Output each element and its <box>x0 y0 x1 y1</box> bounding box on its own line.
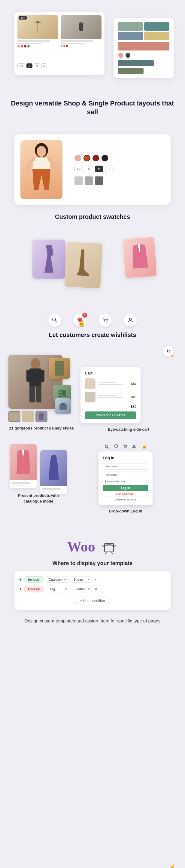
condition-row-2: + Exclude Tag Category Product Leather C… <box>19 586 166 592</box>
gallery-overlay-image <box>49 358 70 379</box>
product-lines-2 <box>61 40 101 44</box>
catalogue-card-blazer <box>10 444 37 488</box>
svg-rect-4 <box>79 24 83 31</box>
exclude-button[interactable]: Exclude <box>24 586 44 592</box>
svg-point-8 <box>53 318 56 321</box>
model-figure <box>21 141 62 199</box>
catalogue-cursor: ☝ <box>168 864 176 868</box>
wishlist-card-boot <box>64 242 103 288</box>
condition-row-1: + Include Category Tag Product Shoes Boo… <box>19 576 166 583</box>
gallery-thumb-3[interactable] <box>35 411 48 422</box>
login-button[interactable]: Log in <box>103 485 148 491</box>
side-cart-wrapper: ☝ Cart $57 <box>81 355 177 432</box>
login-cart-icon <box>123 444 127 450</box>
wishlists-section: 3 ☝ Let customers create wishlists <box>0 237 185 355</box>
svg-point-2 <box>36 21 39 23</box>
size-m[interactable]: M <box>34 63 40 68</box>
login-user-icon <box>131 444 136 450</box>
cart-item-info-1 <box>98 382 129 386</box>
create-account-link[interactable]: Create an account <box>103 498 148 501</box>
color-swatch-peach[interactable] <box>74 155 81 161</box>
fabric-swatch-2[interactable] <box>85 177 93 185</box>
color-swatch-dark-red[interactable] <box>92 155 99 161</box>
svg-point-10 <box>104 321 105 322</box>
search-icon-circle[interactable] <box>48 313 61 327</box>
svg-point-35 <box>133 445 135 447</box>
cart-card: Cart $57 <box>81 367 141 423</box>
svg-line-41 <box>102 545 104 547</box>
catalogue-card-dress <box>40 450 67 494</box>
checkout-button[interactable]: Proceed to checkout <box>85 411 136 419</box>
password-input[interactable] <box>103 471 148 478</box>
fabric-swatches <box>74 177 164 185</box>
cat-blazer-img <box>10 444 37 480</box>
swatches-card: XS S M L <box>14 134 171 205</box>
value-select-1[interactable]: Shoes Boots Sandals <box>71 576 92 583</box>
taxonomy-select-2[interactable]: Tag Category Product <box>47 586 69 592</box>
cart-item-info-2 <box>98 395 129 399</box>
side-cart-col: ☝ Cart $57 <box>81 355 177 432</box>
catalogue-cards-pair: ☝ <box>10 444 67 488</box>
color-swatch-orange[interactable] <box>84 155 90 161</box>
gallery-cart-row: 11 gorgeous product gallery styles ☝ Car… <box>8 355 177 432</box>
svg-rect-15 <box>26 370 30 382</box>
cursor-hand-small: ☝ <box>171 354 174 357</box>
woo-section: Woo Where to display your template + Inc… <box>0 528 185 633</box>
swatches-model-area <box>21 141 68 199</box>
gallery-thumb-active[interactable] <box>8 411 21 422</box>
wishlist-visual <box>14 237 171 303</box>
color-blocks <box>118 22 169 40</box>
fabric-swatch-3[interactable] <box>95 177 103 185</box>
login-col: ☝ Log in Remember me Log in Lost passwor… <box>74 444 177 513</box>
user-icon-circle[interactable] <box>124 313 137 327</box>
cart-item-thumb-1 <box>85 378 95 389</box>
include-button[interactable]: Include <box>24 576 43 583</box>
size-m-box[interactable]: M <box>95 165 103 172</box>
svg-line-32 <box>107 447 109 449</box>
condition-builder: + Include Category Tag Product Shoes Boo… <box>14 571 171 610</box>
fabric-swatch-1[interactable] <box>74 177 83 185</box>
size-xs[interactable]: XS <box>18 63 25 68</box>
close-condition-2[interactable]: × <box>95 587 97 591</box>
color-swatch-dark[interactable] <box>101 155 108 161</box>
gallery-cart-section: 11 gorgeous product gallery styles ☝ Car… <box>0 355 185 444</box>
size-s-box[interactable]: S <box>85 165 93 172</box>
gallery-thumb-2[interactable] <box>22 411 34 422</box>
size-xs-box[interactable]: XS <box>74 165 83 172</box>
svg-line-9 <box>55 321 57 322</box>
cart-icon-circle[interactable] <box>98 313 112 327</box>
svg-point-12 <box>129 318 131 320</box>
login-card-title: Log in <box>103 456 148 460</box>
svg-rect-28 <box>61 403 65 405</box>
forgot-password-link[interactable]: Lost password? <box>103 492 148 495</box>
woo-header: Woo <box>67 537 118 555</box>
svg-rect-22 <box>39 413 43 420</box>
close-condition-1[interactable]: × <box>94 577 97 582</box>
color-swatch-group <box>74 155 164 161</box>
swatches-controls: XS S M L <box>74 155 164 185</box>
cart-icon-button[interactable]: ☝ <box>163 346 174 356</box>
wishlist-title: Let customers create wishlists <box>49 332 136 338</box>
value-select-2[interactable]: Leather Cotton Wool <box>72 586 92 592</box>
size-l-box[interactable]: L <box>105 165 114 172</box>
remember-label: Remember me <box>107 480 125 483</box>
circle-palette <box>118 52 169 58</box>
svg-point-25 <box>60 391 62 393</box>
svg-line-39 <box>105 552 106 554</box>
remember-checkbox[interactable] <box>103 480 106 483</box>
palette-content <box>117 21 171 75</box>
woo-logo: Woo <box>67 538 95 555</box>
add-condition-button[interactable]: + Add condition <box>75 597 110 605</box>
size-s[interactable]: S <box>26 63 32 68</box>
username-input[interactable] <box>103 463 148 470</box>
product-lines-1 <box>18 40 58 44</box>
taxonomy-select-1[interactable]: Category Tag Product <box>46 576 68 583</box>
login-search-icon <box>104 444 109 450</box>
wishlist-badge: 3 <box>82 313 87 318</box>
gallery-col: 11 gorgeous product gallery styles <box>8 355 74 431</box>
svg-point-34 <box>126 448 126 448</box>
woo-description: Design custom templates and assign them … <box>25 618 161 625</box>
size-l[interactable]: L <box>41 63 47 68</box>
login-icon-bar: ☝ <box>104 444 147 450</box>
login-cursor-icon: ☝ <box>142 444 147 450</box>
